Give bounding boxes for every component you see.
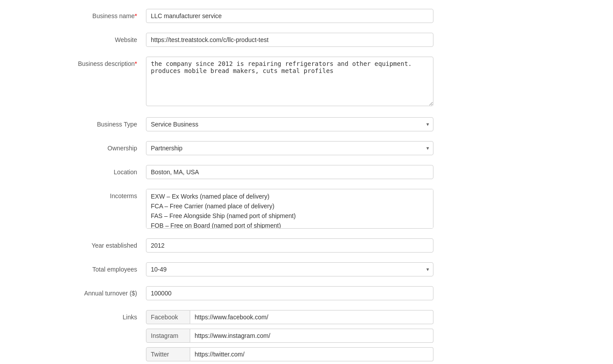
link-row: Facebook xyxy=(146,310,433,324)
location-control xyxy=(146,165,433,179)
incoterms-row: Incoterms EXW – Ex Works (named place of… xyxy=(57,189,556,229)
link-instagram-input[interactable] xyxy=(190,329,433,343)
business-description-control xyxy=(146,57,433,107)
business-description-row: Business description* xyxy=(57,57,556,107)
links-label: Links xyxy=(57,310,146,321)
business-name-row: Business name* xyxy=(57,9,556,23)
business-type-row: Business Type Service BusinessManufactur… xyxy=(57,117,556,131)
annual-turnover-row: Annual turnover ($) xyxy=(57,286,556,300)
incoterms-item[interactable]: EXW – Ex Works (named place of delivery) xyxy=(146,192,433,201)
business-description-label: Business description* xyxy=(57,57,146,67)
business-name-control xyxy=(146,9,433,23)
link-twitter-input[interactable] xyxy=(190,347,433,361)
website-label: Website xyxy=(57,33,146,43)
ownership-control: PartnershipSole ProprietorshipCorporatio… xyxy=(146,141,433,155)
year-established-input[interactable] xyxy=(146,238,433,253)
location-row: Location xyxy=(57,165,556,179)
incoterms-control: EXW – Ex Works (named place of delivery)… xyxy=(146,189,433,229)
ownership-select-wrapper: PartnershipSole ProprietorshipCorporatio… xyxy=(146,141,433,155)
incoterms-item[interactable]: FCA – Free Carrier (named place of deliv… xyxy=(146,201,433,211)
total-employees-label: Total employees xyxy=(57,262,146,273)
ownership-select[interactable]: PartnershipSole ProprietorshipCorporatio… xyxy=(146,141,433,155)
website-control xyxy=(146,33,433,47)
incoterms-item[interactable]: FOB – Free on Board (named port of shipm… xyxy=(146,221,433,229)
business-type-control: Service BusinessManufacturingRetailWhole… xyxy=(146,117,433,131)
year-established-label: Year established xyxy=(57,238,146,249)
incoterms-listbox[interactable]: EXW – Ex Works (named place of delivery)… xyxy=(146,189,433,229)
business-type-select-wrapper: Service BusinessManufacturingRetailWhole… xyxy=(146,117,433,131)
link-row: Twitter xyxy=(146,347,433,361)
links-container: FacebookInstagramTwitter xyxy=(146,310,433,361)
year-established-row: Year established xyxy=(57,238,556,253)
business-name-label: Business name* xyxy=(57,9,146,19)
incoterms-item[interactable]: FAS – Free Alongside Ship (named port of… xyxy=(146,211,433,221)
business-type-label: Business Type xyxy=(57,117,146,128)
website-input[interactable] xyxy=(146,33,433,47)
total-employees-control: 1-910-4950-99100-499500+ ▾ xyxy=(146,262,433,276)
links-row: Links FacebookInstagramTwitter xyxy=(57,310,556,361)
annual-turnover-control xyxy=(146,286,433,300)
year-established-control xyxy=(146,238,433,253)
ownership-label: Ownership xyxy=(57,141,146,152)
link-platform-label: Facebook xyxy=(146,310,190,324)
location-input[interactable] xyxy=(146,165,433,179)
link-row: Instagram xyxy=(146,329,433,343)
link-platform-label: Twitter xyxy=(146,347,190,361)
business-name-input[interactable] xyxy=(146,9,433,23)
total-employees-select-wrapper: 1-910-4950-99100-499500+ ▾ xyxy=(146,262,433,276)
page-container: Business name* Website Business descript… xyxy=(0,0,613,364)
link-platform-label: Instagram xyxy=(146,329,190,343)
business-description-textarea[interactable] xyxy=(146,57,433,106)
link-facebook-input[interactable] xyxy=(190,310,433,324)
location-label: Location xyxy=(57,165,146,176)
website-row: Website xyxy=(57,33,556,47)
annual-turnover-label: Annual turnover ($) xyxy=(57,286,146,297)
incoterms-label: Incoterms xyxy=(57,189,146,199)
annual-turnover-input[interactable] xyxy=(146,286,433,300)
total-employees-select[interactable]: 1-910-4950-99100-499500+ xyxy=(146,262,433,276)
total-employees-row: Total employees 1-910-4950-99100-499500+… xyxy=(57,262,556,276)
ownership-row: Ownership PartnershipSole Proprietorship… xyxy=(57,141,556,155)
business-type-select[interactable]: Service BusinessManufacturingRetailWhole… xyxy=(146,117,433,131)
